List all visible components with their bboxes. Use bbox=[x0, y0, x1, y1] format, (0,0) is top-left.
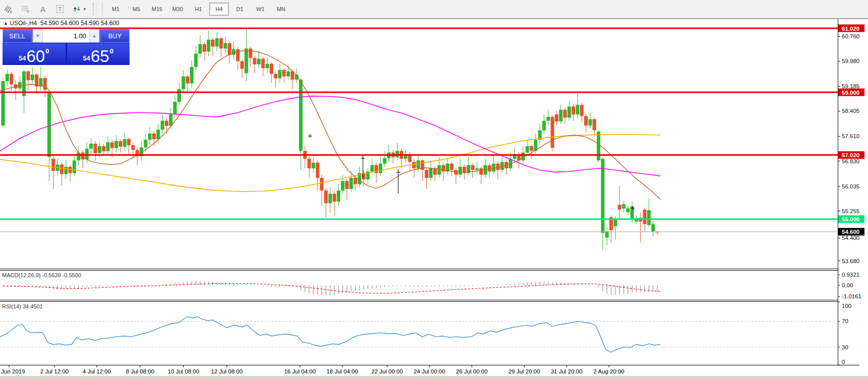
svg-text:0.00: 0.00 bbox=[842, 282, 853, 288]
trading-terminal-window: 61.02060.76059.98059.18559.00058.40557.6… bbox=[0, 0, 868, 379]
svg-text:55.255: 55.255 bbox=[842, 208, 859, 214]
svg-text:8 Jul 08:00: 8 Jul 08:00 bbox=[126, 368, 154, 374]
window-bottom-edge bbox=[0, 376, 868, 379]
bid-price-small: 54 bbox=[19, 55, 26, 61]
svg-text:70: 70 bbox=[842, 318, 848, 324]
svg-text:59.000: 59.000 bbox=[842, 90, 859, 96]
toolbar-grip[interactable] bbox=[93, 3, 97, 15]
tf-button-M15[interactable]: M15 bbox=[147, 3, 167, 16]
svg-text:31 Jul 20:00: 31 Jul 20:00 bbox=[551, 368, 583, 374]
collapse-arrow-icon[interactable]: ▲ bbox=[4, 21, 8, 26]
svg-text:E: E bbox=[10, 10, 13, 14]
svg-text:16 Jul 04:00: 16 Jul 04:00 bbox=[284, 368, 316, 374]
dropdown-caret-icon: ▼ bbox=[83, 7, 87, 12]
svg-text:55.000: 55.000 bbox=[842, 216, 859, 222]
bid-price-big: 60 bbox=[27, 49, 45, 64]
ask-price-display[interactable]: 54650 bbox=[67, 43, 130, 65]
svg-text:58.405: 58.405 bbox=[842, 108, 859, 114]
chart-canvas[interactable]: 61.02060.76059.98059.18559.00058.40557.6… bbox=[0, 0, 868, 379]
svg-text:60.760: 60.760 bbox=[842, 33, 859, 39]
svg-text:100: 100 bbox=[842, 303, 851, 309]
svg-text:26 Jul 00:00: 26 Jul 00:00 bbox=[456, 368, 488, 374]
pattern-e-icon[interactable]: E bbox=[1, 2, 16, 16]
rsi-value: 34.4501 bbox=[23, 303, 43, 309]
macd-main-value: -0.5639 bbox=[42, 272, 60, 278]
macd-signal-value: -0.5500 bbox=[63, 272, 81, 278]
svg-text:29 Jul 20:00: 29 Jul 20:00 bbox=[509, 368, 540, 374]
bid-price-sup: 0 bbox=[45, 48, 49, 54]
ohlc-readout: 54.590 54.600 54.590 54.600 bbox=[40, 20, 119, 27]
svg-text:53.680: 53.680 bbox=[842, 258, 859, 264]
svg-text:28 Jun 2019: 28 Jun 2019 bbox=[0, 368, 25, 374]
svg-text:10 Jul 08:00: 10 Jul 08:00 bbox=[168, 368, 200, 374]
text-tool-icon[interactable]: T bbox=[52, 2, 68, 16]
svg-text:0: 0 bbox=[842, 359, 845, 365]
svg-text:24 Jul 00:00: 24 Jul 00:00 bbox=[414, 368, 446, 374]
svg-text:30: 30 bbox=[842, 344, 848, 350]
svg-text:57.610: 57.610 bbox=[842, 133, 859, 139]
price-scale: 61.02060.76059.98059.18559.00058.40557.6… bbox=[838, 25, 864, 365]
tf-button-M1[interactable]: M1 bbox=[106, 3, 126, 16]
svg-text:2 Jul 12:00: 2 Jul 12:00 bbox=[40, 368, 69, 374]
svg-text:-1.0161: -1.0161 bbox=[842, 293, 861, 299]
svg-text:4 Jul 12:00: 4 Jul 12:00 bbox=[83, 368, 111, 374]
cycle-arrows-icon[interactable]: ▼ bbox=[70, 2, 90, 16]
date-axis: 28 Jun 20192 Jul 12:004 Jul 12:008 Jul 0… bbox=[0, 365, 625, 374]
tf-button-M30[interactable]: M30 bbox=[168, 3, 188, 16]
svg-text:59.980: 59.980 bbox=[842, 58, 859, 64]
one-click-trade-panel: SELL ▼ 1.00 ▲ BUY 54600 54650 bbox=[3, 29, 130, 65]
ask-price-sup: 0 bbox=[110, 48, 113, 54]
svg-text:0.9321: 0.9321 bbox=[842, 272, 859, 278]
tf-button-M5[interactable]: M5 bbox=[127, 3, 146, 16]
svg-text:12 Jul 08:00: 12 Jul 08:00 bbox=[211, 368, 243, 374]
svg-text:22 Jul 00:00: 22 Jul 00:00 bbox=[371, 368, 403, 374]
svg-text:57.020: 57.020 bbox=[842, 152, 859, 158]
ask-price-big: 65 bbox=[91, 49, 109, 64]
volume-stepper: ▼ 1.00 ▲ bbox=[32, 29, 100, 43]
volume-decrement-button[interactable]: ▼ bbox=[33, 29, 43, 42]
rsi-label: RSI(14) 34.4501 bbox=[2, 303, 43, 309]
tf-button-H4[interactable]: H4 bbox=[209, 3, 229, 16]
svg-text:56.035: 56.035 bbox=[842, 183, 859, 190]
bid-price-display[interactable]: 54600 bbox=[3, 43, 66, 65]
sell-button[interactable]: SELL bbox=[3, 29, 32, 43]
svg-text:54.400: 54.400 bbox=[842, 235, 859, 241]
svg-text:61.020: 61.020 bbox=[842, 26, 859, 32]
tf-button-W1[interactable]: W1 bbox=[251, 3, 270, 16]
timeframe-group: M1M5M15M30H1H4D1W1MN bbox=[105, 3, 291, 16]
grid-f-icon[interactable]: F bbox=[18, 2, 33, 16]
svg-text:54.600: 54.600 bbox=[842, 229, 859, 235]
symbol-period-label: USOil-,H4 bbox=[10, 20, 37, 27]
tf-button-D1[interactable]: D1 bbox=[230, 3, 250, 16]
toolbar: E F A T ▼ M1M5M15M30H1H4D1W1MN bbox=[0, 0, 868, 19]
volume-increment-button[interactable]: ▲ bbox=[89, 29, 99, 42]
svg-text:18 Jul 04:00: 18 Jul 04:00 bbox=[327, 368, 358, 374]
tf-button-MN[interactable]: MN bbox=[271, 3, 291, 16]
svg-text:56.830: 56.830 bbox=[842, 158, 859, 164]
ask-price-small: 54 bbox=[83, 55, 90, 61]
svg-text:2 Aug 20:00: 2 Aug 20:00 bbox=[593, 368, 624, 374]
chart-title[interactable]: ▲ USOil-,H4 54.590 54.600 54.590 54.600 bbox=[4, 20, 119, 27]
letter-a-icon[interactable]: A bbox=[35, 2, 50, 16]
toolbar-separator bbox=[102, 3, 102, 15]
buy-button[interactable]: BUY bbox=[100, 29, 130, 43]
svg-text:F: F bbox=[27, 10, 29, 14]
tf-button-H1[interactable]: H1 bbox=[189, 3, 208, 16]
macd-label: MACD(12,26,9) -0.5639 -0.5500 bbox=[2, 272, 81, 278]
volume-input[interactable]: 1.00 bbox=[43, 29, 89, 42]
